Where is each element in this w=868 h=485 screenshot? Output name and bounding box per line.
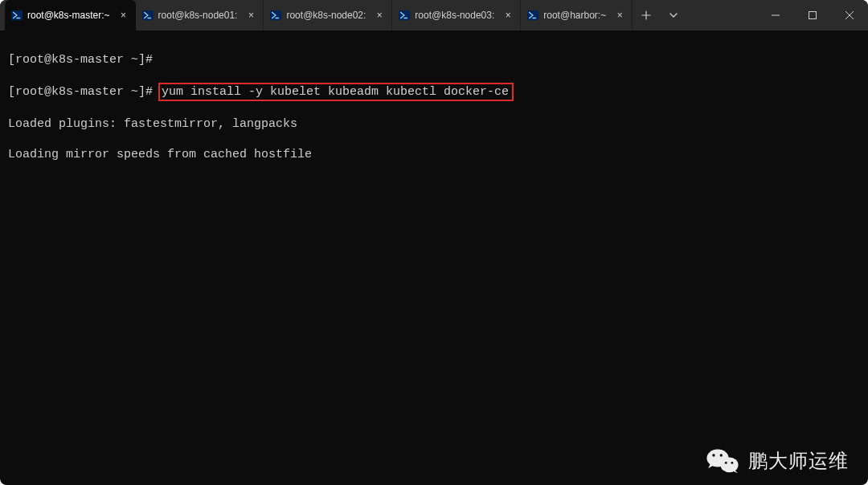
tab-close-button[interactable]: × (118, 10, 129, 21)
svg-point-16 (720, 454, 723, 456)
plus-icon (641, 10, 651, 20)
watermark-text: 鹏大师运维 (748, 448, 849, 474)
minimize-button[interactable] (757, 0, 794, 31)
new-tab-button[interactable] (633, 0, 660, 31)
terminal-line: [root@k8s-master ~]# (8, 52, 860, 67)
terminal-body[interactable]: [root@k8s-master ~]# [root@k8s-master ~]… (0, 31, 868, 199)
shell-prompt: [root@k8s-master ~]# (8, 85, 153, 99)
tab-dropdown-button[interactable] (660, 0, 687, 31)
maximize-icon (809, 11, 817, 19)
tab-label: root@k8s-master:~ (27, 10, 110, 21)
tab-label: root@k8s-node01: (158, 10, 238, 21)
titlebar-drag-region[interactable] (687, 0, 757, 31)
svg-point-15 (712, 454, 714, 456)
watermark: 鹏大师运维 (705, 446, 849, 474)
wechat-icon (705, 446, 740, 474)
close-window-button[interactable] (831, 0, 868, 31)
tab-k8s-node01[interactable]: root@k8s-node01: × (136, 0, 264, 31)
tab-close-button[interactable]: × (374, 10, 385, 21)
title-bar: root@k8s-master:~ × root@k8s-node01: × (0, 0, 868, 31)
minimize-icon (772, 11, 780, 19)
tab-close-button[interactable]: × (245, 10, 256, 21)
terminal-window: root@k8s-master:~ × root@k8s-node01: × (0, 0, 868, 485)
close-icon (845, 11, 854, 19)
tab-close-button[interactable]: × (502, 10, 514, 21)
svg-rect-11 (809, 12, 817, 19)
tab-harbor[interactable]: root@harbor:~ × (521, 0, 633, 31)
svg-point-19 (731, 462, 733, 464)
powershell-icon (11, 10, 23, 21)
powershell-icon (270, 10, 281, 21)
powershell-icon (527, 10, 538, 21)
powershell-icon (399, 10, 410, 21)
tab-close-button[interactable]: × (614, 10, 625, 21)
svg-point-17 (720, 458, 738, 473)
tab-label: root@harbor:~ (543, 10, 606, 21)
window-controls (757, 0, 868, 31)
tab-k8s-node03[interactable]: root@k8s-node03: × (392, 0, 521, 31)
shell-command: yum install -y kubelet kubeadm kubectl d… (162, 85, 509, 99)
svg-point-18 (725, 462, 727, 464)
shell-prompt: [root@k8s-master ~]# (8, 53, 153, 67)
powershell-icon (142, 10, 154, 21)
tab-strip: root@k8s-master:~ × root@k8s-node01: × (0, 0, 633, 31)
command-highlight: yum install -y kubelet kubeadm kubectl d… (158, 83, 514, 101)
tab-k8s-node02[interactable]: root@k8s-node02: × (264, 0, 392, 31)
maximize-button[interactable] (794, 0, 831, 31)
tab-k8s-master[interactable]: root@k8s-master:~ × (5, 0, 136, 31)
chevron-down-icon (669, 10, 678, 20)
tab-label: root@k8s-node03: (415, 10, 494, 21)
terminal-output-line: Loaded plugins: fastestmirror, langpacks (8, 116, 860, 132)
terminal-output-line: Loading mirror speeds from cached hostfi… (8, 147, 860, 162)
tab-label: root@k8s-node02: (286, 10, 366, 21)
terminal-line: [root@k8s-master ~]# yum install -y kube… (8, 83, 860, 101)
